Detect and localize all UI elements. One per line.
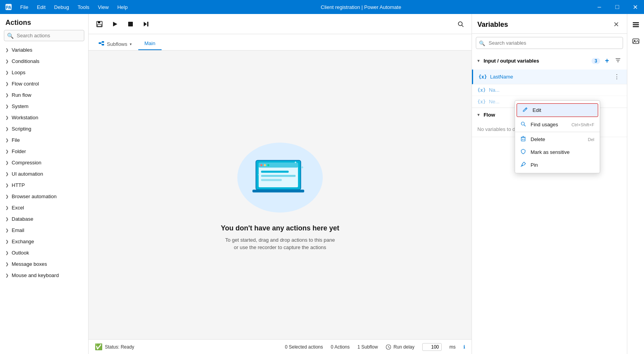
menu-view[interactable]: View xyxy=(94,3,113,12)
context-menu-edit[interactable]: Edit xyxy=(517,103,598,117)
context-find-usages-label: Find usages xyxy=(531,122,567,127)
save-button[interactable] xyxy=(93,18,106,30)
section-chevron-down-icon: ▼ xyxy=(477,59,480,63)
info-icon[interactable]: ℹ xyxy=(463,344,465,350)
action-item-message-boxes[interactable]: ❯ Message boxes xyxy=(0,258,88,270)
tab-main[interactable]: Main xyxy=(138,37,162,50)
filter-button[interactable] xyxy=(614,57,622,65)
find-usages-shortcut: Ctrl+Shift+F xyxy=(571,122,594,127)
action-item-run-flow[interactable]: ❯ Run flow xyxy=(0,89,88,101)
svg-rect-39 xyxy=(521,138,525,141)
input-output-section: ▼ Input / output variables 3 + {x} LastN… xyxy=(472,52,627,108)
menu-edit[interactable]: Edit xyxy=(33,3,49,12)
action-item-scripting[interactable]: ❯ Scripting xyxy=(0,123,88,134)
action-item-outlook[interactable]: ❯ Outlook xyxy=(0,247,88,258)
context-menu-pin[interactable]: Pin xyxy=(515,159,600,171)
action-item-file[interactable]: ❯ File xyxy=(0,134,88,146)
variable-menu-button[interactable]: ⋮ xyxy=(612,72,621,81)
menu-help[interactable]: Help xyxy=(113,3,132,12)
variables-panel: Variables ✕ 🔍 ▼ Input / output variables… xyxy=(472,14,627,354)
variables-close-button[interactable]: ✕ xyxy=(611,19,621,30)
step-button[interactable] xyxy=(140,18,152,30)
actions-search-input[interactable] xyxy=(4,30,84,41)
add-variable-button[interactable]: + xyxy=(603,56,611,66)
title-bar: PA File Edit Debug Tools View Help Clien… xyxy=(0,0,644,14)
action-item-browser-automation[interactable]: ❯ Browser automation xyxy=(0,191,88,202)
context-menu-mark-sensitive[interactable]: Mark as sensitive xyxy=(515,146,600,159)
action-item-compression[interactable]: ❯ Compression xyxy=(0,157,88,168)
chevron-right-icon: ❯ xyxy=(5,59,9,63)
svg-line-36 xyxy=(526,108,526,109)
action-item-workstation[interactable]: ❯ Workstation xyxy=(0,112,88,123)
action-item-conditionals[interactable]: ❯ Conditionals xyxy=(0,56,88,67)
minimize-button[interactable]: – xyxy=(590,0,608,14)
action-item-flow-control[interactable]: ❯ Flow control xyxy=(0,78,88,89)
chevron-down-icon: ▾ xyxy=(130,42,132,46)
search-button[interactable] xyxy=(454,18,467,30)
stop-button[interactable] xyxy=(124,18,137,30)
svg-point-20 xyxy=(264,164,266,166)
chevron-right-icon: ❯ xyxy=(5,138,9,142)
run-delay-input[interactable] xyxy=(422,343,442,351)
input-output-header[interactable]: ▼ Input / output variables 3 + xyxy=(472,52,627,70)
action-item-excel[interactable]: ❯ Excel xyxy=(0,202,88,213)
variable-item-lastname[interactable]: {x} LastName ⋮ xyxy=(472,70,627,84)
tabs-bar: Subflows ▾ Main xyxy=(89,34,472,51)
svg-line-32 xyxy=(388,347,390,348)
action-item-email[interactable]: ❯ Email xyxy=(0,225,88,236)
svg-point-9 xyxy=(458,22,462,26)
run-delay-ms: ms xyxy=(449,344,456,350)
image-button[interactable] xyxy=(629,34,643,48)
status-ready: ✅ Status: Ready xyxy=(95,343,134,351)
menu-file[interactable]: File xyxy=(16,3,32,12)
action-item-system[interactable]: ❯ System xyxy=(0,101,88,112)
context-menu-delete[interactable]: Delete Del xyxy=(515,133,600,146)
close-button[interactable]: ✕ xyxy=(626,0,644,14)
svg-rect-13 xyxy=(102,44,104,45)
run-delay-label: Run delay xyxy=(393,344,414,350)
menu-tools[interactable]: Tools xyxy=(74,3,93,12)
action-item-http[interactable]: ❯ HTTP xyxy=(0,180,88,191)
svg-text:✦: ✦ xyxy=(258,173,261,176)
action-item-folder[interactable]: ❯ Folder xyxy=(0,146,88,157)
canvas-empty-subtitle: To get started, drag and drop actions to… xyxy=(225,236,335,251)
search-icon xyxy=(520,121,527,128)
pin-icon xyxy=(520,162,527,168)
chevron-right-icon: ❯ xyxy=(5,104,9,108)
chevron-right-icon: ❯ xyxy=(5,262,9,266)
action-label: HTTP xyxy=(12,182,25,188)
context-menu-find-usages[interactable]: Find usages Ctrl+Shift+F xyxy=(515,118,600,131)
chevron-right-icon: ❯ xyxy=(5,183,9,187)
svg-rect-23 xyxy=(261,174,296,176)
svg-rect-45 xyxy=(633,22,639,23)
tab-subflows[interactable]: Subflows ▾ xyxy=(93,37,137,50)
app-icon: PA xyxy=(3,2,14,12)
variables-search-input[interactable] xyxy=(476,37,623,49)
action-item-ui-automation[interactable]: ❯ UI automation xyxy=(0,168,88,180)
svg-point-19 xyxy=(260,164,262,166)
delete-icon xyxy=(520,136,527,143)
layers-button[interactable] xyxy=(629,17,643,31)
chevron-right-icon: ❯ xyxy=(5,93,9,97)
chevron-right-icon: ❯ xyxy=(5,251,9,255)
maximize-button[interactable]: □ xyxy=(608,0,626,14)
status-items: 0 Selected actions 0 Actions 1 Subflow R… xyxy=(285,343,465,351)
context-mark-sensitive-label: Mark as sensitive xyxy=(531,149,594,155)
action-label: Exchange xyxy=(12,239,34,244)
action-item-variables[interactable]: ❯ Variables xyxy=(0,44,88,56)
action-label: Loops xyxy=(12,70,25,75)
action-item-exchange[interactable]: ❯ Exchange xyxy=(0,236,88,247)
chevron-right-icon: ❯ xyxy=(5,239,9,244)
action-item-loops[interactable]: ❯ Loops xyxy=(0,67,88,78)
chevron-right-icon: ❯ xyxy=(5,217,9,221)
run-button[interactable] xyxy=(109,18,121,30)
action-item-database[interactable]: ❯ Database xyxy=(0,213,88,225)
menu-debug[interactable]: Debug xyxy=(50,3,73,12)
action-item-mouse-keyboard[interactable]: ❯ Mouse and keyboard xyxy=(0,270,88,281)
actions-list: ❯ Variables ❯ Conditionals ❯ Loops ❯ Flo… xyxy=(0,44,88,354)
variable-item-name[interactable]: {x} Na... xyxy=(472,84,627,96)
section-title: Input / output variables xyxy=(484,58,588,64)
tab-subflows-label: Subflows xyxy=(107,41,127,47)
variable-icon: {x} xyxy=(477,99,486,105)
shield-icon xyxy=(520,149,527,155)
